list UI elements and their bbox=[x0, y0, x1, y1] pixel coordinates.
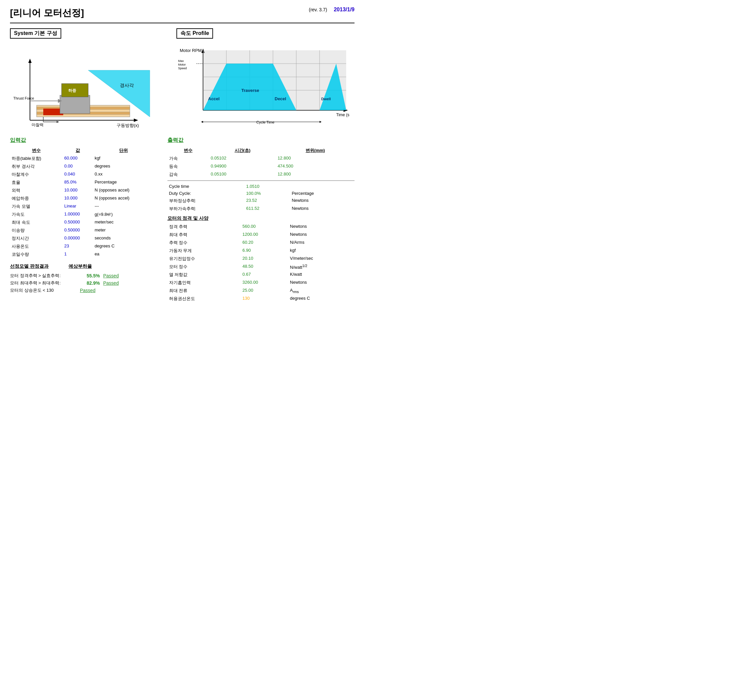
motor-spec-unit: Newtons bbox=[288, 223, 354, 231]
result-row: 모터 정격추력 > 실효추력:55.5%Passed bbox=[10, 273, 154, 279]
motor-spec-row: 최대 추력1200.00Newtons bbox=[167, 231, 354, 239]
motor-spec-row: 모터 정수48.50N/watt1/2 bbox=[167, 263, 354, 271]
svg-text:Max: Max bbox=[178, 59, 184, 63]
input-col-unit: 단위 bbox=[93, 147, 154, 154]
duty-cycle-row: Duty Cycle:100.0%Percentage bbox=[167, 190, 354, 197]
input-var: 마찰계수 bbox=[10, 170, 62, 179]
input-var: 정지시간 bbox=[10, 234, 62, 242]
input-value: 0.00000 bbox=[62, 234, 93, 242]
tables-row: 입력값 변수 값 단위 하중(table포함)60.000kgf취부 경사각0.… bbox=[10, 137, 354, 303]
input-unit: kgf bbox=[93, 154, 154, 163]
svg-text:Cycle Time: Cycle Time bbox=[256, 120, 274, 124]
velocity-title: 속도 Profile bbox=[176, 28, 213, 39]
output-time: 0.05100 bbox=[209, 170, 276, 179]
input-value: 23 bbox=[62, 242, 93, 250]
motor-spec-var: 추력 정수 bbox=[167, 239, 241, 247]
result-row: 모터의 상승온도 < 130Passed bbox=[10, 287, 154, 293]
load-normal-val: 23.52 bbox=[244, 197, 290, 205]
input-unit: meter/sec bbox=[93, 218, 154, 227]
motor-spec-var: 가동자 무게 bbox=[167, 247, 241, 255]
date-text: 2013/1/9 bbox=[334, 7, 354, 13]
motor-spec-val: 25.00 bbox=[241, 287, 288, 295]
motor-spec-val: 6.90 bbox=[241, 247, 288, 255]
input-var: 외력 bbox=[10, 186, 62, 195]
duty-cycle-label: Duty Cycle: bbox=[167, 190, 245, 197]
load-accel-row: 부하가속추력:611.52Newtons bbox=[167, 205, 354, 213]
motor-spec-var: 열 저항값 bbox=[167, 271, 241, 279]
duty-cycle-unit: Percentage bbox=[290, 190, 354, 197]
input-var: 사용온도 bbox=[10, 242, 62, 250]
motor-spec-table: 정격 추력560.00Newtons최대 추력1200.00Newtons추력 … bbox=[167, 223, 354, 303]
input-table-row: 사용온도23degrees C bbox=[10, 242, 154, 250]
input-table-row: 효율85.0%Percentage bbox=[10, 179, 154, 186]
input-table: 변수 값 단위 하중(table포함)60.000kgf취부 경사각0.00de… bbox=[10, 147, 154, 258]
svg-text:경사각: 경사각 bbox=[120, 83, 134, 88]
result-header: 선정모델 판정결과 예상부하율 bbox=[10, 263, 154, 271]
input-value: 1.00000 bbox=[62, 211, 93, 218]
svg-marker-1 bbox=[28, 58, 32, 63]
motor-spec-unit: degrees C bbox=[288, 295, 354, 303]
output-table-row: 감속0.0510012.800 bbox=[167, 170, 354, 179]
motor-spec-unit: V/meter/sec bbox=[288, 255, 354, 263]
motor-spec-var: 최대 추력 bbox=[167, 231, 241, 239]
load-normal-row: 부하정상추력:23.52Newtons bbox=[167, 197, 354, 205]
result-label: 모터 최대추력 > 최대추력: bbox=[10, 280, 77, 286]
load-accel-val: 611.52 bbox=[244, 205, 290, 213]
motor-spec-var: 정격 추력 bbox=[167, 223, 241, 231]
input-var: 효율 bbox=[10, 179, 62, 186]
top-layout: System 기본 구성 구동방향(x) bbox=[10, 28, 354, 130]
input-unit: degrees bbox=[93, 163, 154, 170]
input-unit: Percentage bbox=[93, 179, 154, 186]
result-label: 모터의 상승온도 < 130 bbox=[10, 287, 77, 293]
motor-spec-row: 가동자 무게6.90kgf bbox=[167, 247, 354, 255]
output-title: 출력값 bbox=[167, 137, 354, 144]
input-var: 예압하중 bbox=[10, 195, 62, 202]
load-normal-unit: Newtons bbox=[290, 197, 354, 205]
svg-text:Motor RPM: Motor RPM bbox=[180, 48, 202, 53]
input-var: 하중(table포함) bbox=[10, 154, 62, 163]
motor-spec-unit: K/watt bbox=[288, 271, 354, 279]
output-disp: 12.800 bbox=[276, 170, 354, 179]
cycle-time-label: Cycle time bbox=[167, 183, 245, 190]
load-accel-label: 부하가속추력: bbox=[167, 205, 245, 213]
input-unit: g(=9.8㎨) bbox=[93, 211, 154, 218]
motor-spec-var: 자기흡인력 bbox=[167, 279, 241, 287]
output-section: 출력값 변수 시간(초) 변위(mm) 가속0.0510212.800등속0.9… bbox=[167, 137, 354, 303]
motor-spec-row: 추력 정수60.20N/Arms bbox=[167, 239, 354, 247]
motor-spec-var: 허용권선온도 bbox=[167, 295, 241, 303]
motor-spec-val: 48.50 bbox=[241, 263, 288, 271]
input-title: 입력값 bbox=[10, 137, 154, 144]
input-unit: 0.xx bbox=[93, 170, 154, 179]
svg-text:하중: 하중 bbox=[68, 88, 76, 93]
result-row: 모터 최대추력 > 최대추력:82.9%Passed bbox=[10, 280, 154, 286]
output-table-row: 가속0.0510212.800 bbox=[167, 154, 354, 163]
svg-text:Traverse: Traverse bbox=[241, 88, 259, 93]
motor-spec-row: 유기전압정수20.10V/meter/sec bbox=[167, 255, 354, 263]
input-value: 60.000 bbox=[62, 154, 93, 163]
svg-text:Dwell: Dwell bbox=[321, 97, 331, 101]
input-var: 코일수량 bbox=[10, 250, 62, 258]
output-time: 0.94900 bbox=[209, 163, 276, 170]
velocity-chart: Motor RPM bbox=[176, 44, 354, 130]
output-extra-table: Cycle time1.0510Duty Cycle:100.0%Percent… bbox=[167, 183, 354, 213]
output-table-row: 등속0.94900474.500 bbox=[167, 163, 354, 170]
output-var: 가속 bbox=[167, 154, 209, 163]
motor-spec-title: 모터의 정격 및 사양 bbox=[167, 215, 354, 221]
input-table-row: 외력10.000N (opposes accel) bbox=[10, 186, 154, 195]
cycle-time-row: Cycle time1.0510 bbox=[167, 183, 354, 190]
input-unit: N (opposes accel) bbox=[93, 186, 154, 195]
motor-spec-val: 60.20 bbox=[241, 239, 288, 247]
header-right: (rev. 3.7) 2013/1/9 bbox=[309, 7, 354, 13]
result-status: Passed bbox=[80, 288, 96, 293]
motor-spec-unit: kgf bbox=[288, 247, 354, 255]
load-accel-unit: Newtons bbox=[290, 205, 354, 213]
input-section: 입력값 변수 값 단위 하중(table포함)60.000kgf취부 경사각0.… bbox=[10, 137, 154, 303]
motor-spec-val: 560.00 bbox=[241, 223, 288, 231]
input-value: 0.50000 bbox=[62, 227, 93, 234]
svg-text:Decel: Decel bbox=[274, 96, 286, 101]
input-unit: degrees C bbox=[93, 242, 154, 250]
motor-spec-unit: Newtons bbox=[288, 279, 354, 287]
output-time: 0.05102 bbox=[209, 154, 276, 163]
out-col-disp: 변위(mm) bbox=[276, 147, 354, 154]
motor-spec-row: 최대 전류25.00Arms bbox=[167, 287, 354, 295]
